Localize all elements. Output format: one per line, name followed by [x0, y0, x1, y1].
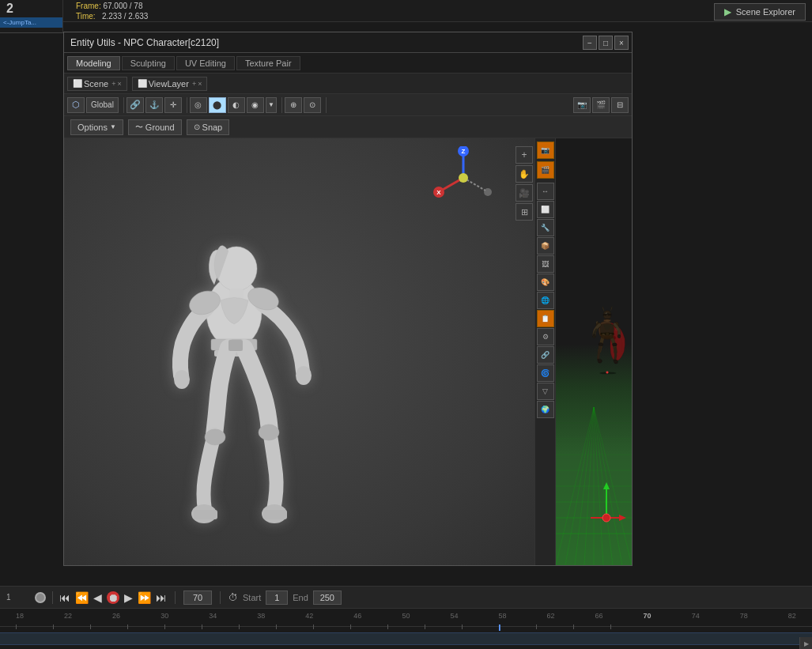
tool-spiral[interactable]: 🌀	[537, 364, 554, 382]
axis-indicator	[583, 478, 630, 526]
viewlayer-tab[interactable]: ViewLayer	[149, 79, 189, 89]
playhead-label: 1	[6, 593, 30, 602]
svg-rect-68	[90, 624, 91, 629]
ground-label: Ground	[145, 123, 175, 132]
playback-last[interactable]: ⏭	[156, 591, 167, 604]
grab-tool[interactable]: ✋	[516, 165, 533, 183]
magnet-btn[interactable]: 🔗	[127, 97, 144, 113]
tool-box[interactable]: 📦	[537, 237, 554, 255]
tl-num-70: 70	[644, 612, 651, 620]
tool-props[interactable]: ⬜	[537, 201, 554, 218]
anim-panel: Original Anim Entry 2 <-JumpTa...	[0, 0, 63, 33]
cursor-btn[interactable]: ✛	[164, 97, 182, 113]
tool-camera[interactable]: 📷	[537, 141, 554, 159]
svg-rect-76	[387, 624, 388, 629]
overlay-btn[interactable]: ⊕	[285, 97, 302, 113]
tool-funnel[interactable]: ▽	[537, 383, 554, 400]
tab-modeling[interactable]: Modeling	[67, 56, 120, 70]
tl-num-42: 42	[305, 612, 313, 620]
svg-rect-82	[610, 624, 611, 629]
svg-rect-15	[228, 340, 243, 351]
scene-tab-close[interactable]: ×	[117, 80, 121, 88]
tool-paint[interactable]: 🎨	[537, 274, 554, 291]
add-tool[interactable]: +	[516, 146, 533, 164]
tl-num-54: 54	[450, 612, 458, 620]
tool-globe[interactable]: 🌐	[537, 292, 554, 309]
tool-link[interactable]: 🔗	[537, 346, 554, 364]
minimize-button[interactable]: −	[583, 36, 597, 50]
svg-marker-61	[603, 482, 610, 489]
end-label: End	[293, 593, 308, 602]
camera-tool[interactable]: 🎥	[516, 184, 533, 202]
character-clay-model	[111, 162, 380, 557]
grid-tool[interactable]: ⊞	[516, 203, 533, 221]
left-viewport[interactable]: Z X + ✋ 🎥 ⊞	[64, 138, 535, 565]
tool-cam2[interactable]: 🎬	[537, 161, 554, 179]
jump-tab[interactable]: <-JumpTa...	[0, 17, 62, 28]
viewlayer-tab-close[interactable]: ×	[198, 80, 202, 88]
end-frame[interactable]: 250	[313, 591, 342, 605]
playback-next[interactable]: ⏩	[138, 591, 151, 604]
playback-play[interactable]: ▶	[124, 591, 133, 604]
camera-btn[interactable]: 🎬	[592, 97, 610, 113]
svg-rect-65	[0, 626, 812, 627]
start-frame[interactable]: 1	[266, 591, 288, 605]
props-btn[interactable]: ⊟	[611, 97, 629, 113]
svg-rect-10	[194, 510, 217, 519]
svg-rect-69	[127, 624, 128, 629]
tool-earth[interactable]: 🌍	[537, 401, 554, 418]
scene-tab-plus[interactable]: +	[111, 80, 115, 88]
tab-uv-editing[interactable]: UV Editing	[176, 56, 235, 70]
tab-sculpting[interactable]: Sculpting	[122, 56, 175, 70]
tool-list[interactable]: 📋	[537, 310, 554, 327]
close-button[interactable]: ×	[614, 36, 629, 50]
scene-tab[interactable]: Scene	[84, 79, 108, 89]
tab-texture-paint[interactable]: Texture Pair	[236, 56, 300, 70]
snap-btn[interactable]: ⊙ Snap	[187, 119, 230, 135]
viewlayer-icon: ⬜	[138, 79, 147, 88]
options-bar: Options ▼ 〜 Ground ⊙ Snap	[64, 116, 632, 138]
frame-display[interactable]: 70	[183, 591, 212, 605]
svg-rect-49	[606, 333, 609, 336]
svg-rect-78	[462, 624, 463, 629]
viewlayer-tab-plus[interactable]: +	[192, 80, 196, 88]
shading-wire-btn[interactable]: ◎	[190, 97, 207, 113]
svg-rect-71	[202, 624, 202, 629]
playback-prev-key[interactable]: ⏪	[75, 591, 89, 604]
scene-explorer-button[interactable]: ▶ Scene Explorer	[714, 3, 806, 21]
options-dropdown[interactable]: Options ▼	[70, 119, 123, 135]
right-viewport-toolbar: 📷 🎬 ↔ ⬜ 🔧 📦 🖼 🎨 🌐 📋 ⚙ 🔗 🌀 ▽ 🌍	[535, 138, 556, 565]
shading-dropdown[interactable]: ▼	[266, 97, 277, 113]
svg-point-24	[459, 173, 468, 183]
tool-wrench[interactable]: 🔧	[537, 219, 554, 236]
tool-move[interactable]: ↔	[537, 183, 554, 200]
tool-image[interactable]: 🖼	[537, 255, 554, 273]
play-icon: ▶	[724, 6, 731, 17]
gizmo-widget[interactable]: Z X	[432, 146, 495, 209]
shading-eevee-btn[interactable]: ◉	[247, 97, 264, 113]
select-tool-btn[interactable]: ⬡	[67, 97, 85, 113]
svg-rect-77	[425, 624, 425, 629]
right-viewport[interactable]: 📷 🎬 ↔ ⬜ 🔧 📦 🖼 🎨 🌐 📋 ⚙ 🔗 🌀 ▽ 🌍	[535, 138, 632, 565]
viewport-toolbar: ⬡ Global 🔗 ⚓ ✛ ◎ ⬤ ◐ ◉ ▼ ⊕ ⊙ 📷 🎬 ⊟	[64, 94, 632, 116]
timeline-ruler[interactable]: 18 22 26 30 34 38 42 46 50 54 58 62 66 7…	[0, 609, 812, 649]
shading-solid-btn[interactable]: ⬤	[209, 97, 226, 113]
playback-first[interactable]: ⏮	[59, 591, 70, 604]
timeline-controls: 1 ⏮ ⏪ ◀ ⏺ ▶ ⏩ ⏭ 70 ⏱ Start 1 End 250	[0, 587, 812, 609]
ground-btn[interactable]: 〜 Ground	[128, 119, 182, 135]
tool-gear[interactable]: ⚙	[537, 328, 554, 345]
global-dropdown[interactable]: Global	[86, 97, 119, 113]
toolbar-right-group: 📷 🎬 ⊟	[573, 97, 629, 113]
dark-character	[567, 138, 632, 534]
svg-rect-83	[499, 624, 500, 631]
playback-prev[interactable]: ◀	[93, 591, 102, 604]
xray-btn[interactable]: ⊙	[304, 97, 321, 113]
svg-rect-66	[16, 624, 17, 629]
playback-record[interactable]: ⏺	[107, 591, 119, 604]
render-btn[interactable]: 📷	[573, 97, 591, 113]
shading-render-btn[interactable]: ◐	[228, 97, 245, 113]
snap-tool[interactable]: ⚓	[145, 97, 163, 113]
maximize-button[interactable]: □	[599, 36, 613, 50]
timeline-expand[interactable]: ▶	[799, 637, 812, 649]
svg-rect-74	[313, 624, 314, 629]
